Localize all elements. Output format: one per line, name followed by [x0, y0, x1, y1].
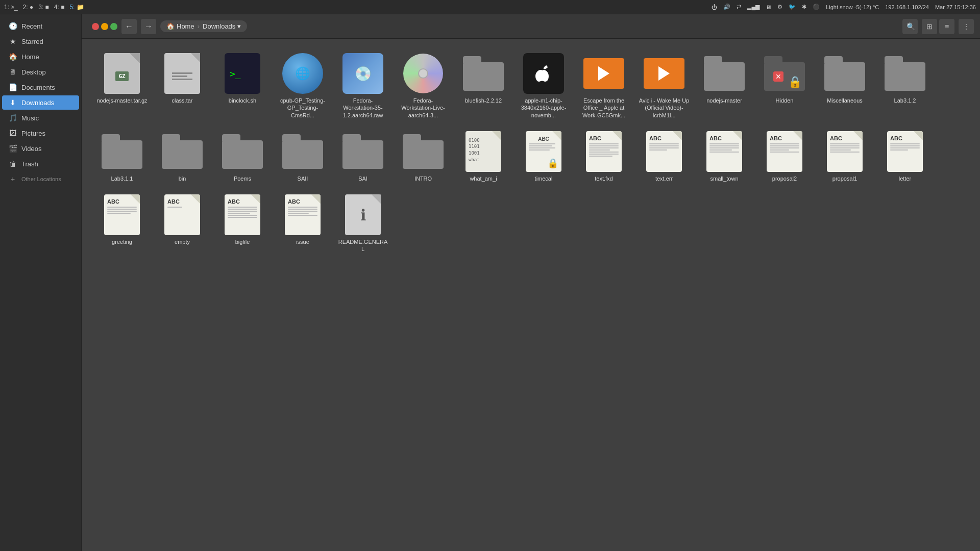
- file-label: Poems: [234, 175, 251, 182]
- abc-label: ABC: [107, 198, 119, 205]
- sidebar-item-documents[interactable]: 📄 Documents: [2, 80, 79, 94]
- file-bigfile[interactable]: ABC bigfile: [214, 190, 271, 257]
- bluetooth-icon[interactable]: ✱: [802, 4, 806, 10]
- toolbar: ← → 🏠 Home › Downloads ▾ 🔍 ⊞ ≡ ⋮: [82, 14, 980, 39]
- file-label: what_am_i: [470, 175, 497, 182]
- datetime: Mar 27 15:12:36: [935, 4, 976, 10]
- file-lab3-1-1[interactable]: Lab3.1.1: [94, 127, 150, 186]
- sidebar-item-other-locations[interactable]: + Other Locations: [2, 172, 79, 186]
- file-miscellaneous[interactable]: Miscellaneous: [817, 49, 873, 123]
- video-orange-icon: [583, 58, 624, 89]
- sidebar-item-starred[interactable]: ★ Starred: [2, 34, 79, 48]
- forward-button[interactable]: →: [141, 19, 156, 34]
- file-label: timecal: [535, 175, 553, 182]
- file-sai[interactable]: SAI: [335, 127, 391, 186]
- videos-icon: 🎬: [8, 144, 17, 153]
- file-intro[interactable]: INTRO: [395, 127, 451, 186]
- abc-icon: ABC: [827, 131, 863, 172]
- file-small-town[interactable]: ABC small_town: [696, 127, 752, 186]
- file-nodejs-master-tar-gz[interactable]: GZ nodejs-master.tar.gz: [94, 49, 150, 123]
- power-icon[interactable]: ⏻: [712, 4, 717, 10]
- network-icon[interactable]: ⇄: [737, 4, 741, 10]
- file-what-am-i[interactable]: 010011011001what what_am_i: [455, 127, 511, 186]
- file-label: greeting: [112, 238, 132, 245]
- file-bluefish[interactable]: bluefish-2.2.12: [455, 49, 511, 123]
- file-label: nodejs-master.tar.gz: [96, 97, 147, 104]
- file-empty[interactable]: ABC empty: [154, 190, 210, 257]
- file-greeting[interactable]: ABC greeting: [94, 190, 150, 257]
- folder-icon: [824, 56, 865, 91]
- abc-icon: ABC: [285, 194, 321, 235]
- folder-icon: [282, 134, 323, 169]
- taskbar-item-3[interactable]: 3: ■: [38, 4, 49, 11]
- file-label: bigfile: [235, 238, 250, 245]
- minimize-button[interactable]: [101, 23, 108, 30]
- file-saii[interactable]: SAII: [275, 127, 331, 186]
- file-label: apple-m1-chip-3840x2160-apple-novemb...: [518, 97, 569, 119]
- taskbar-item-1[interactable]: 1: ≥_: [4, 4, 18, 11]
- file-class-tar[interactable]: class.tar: [154, 49, 210, 123]
- back-button[interactable]: ←: [121, 19, 137, 34]
- file-label: Hidden: [776, 97, 794, 104]
- file-timecal[interactable]: ABC 🔒 timecal: [516, 127, 572, 186]
- sidebar-item-recent[interactable]: 🕐 Recent: [2, 19, 79, 33]
- sidebar-item-music[interactable]: 🎵 Music: [2, 111, 79, 125]
- sidebar-item-downloads[interactable]: ⬇ Downloads: [2, 95, 79, 110]
- file-cpub-gp[interactable]: 🌐 cpub-GP_Testing-GP_Testing-CmsRd...: [275, 49, 331, 123]
- abc-label: ABC: [649, 135, 662, 141]
- file-label: Lab3.1.2: [894, 97, 916, 104]
- file-issue[interactable]: ABC issue: [275, 190, 331, 257]
- file-bin[interactable]: bin: [154, 127, 210, 186]
- file-fedora-35[interactable]: 💿 Fedora-Workstation-35-1.2.aarch64.raw: [335, 49, 391, 123]
- file-fedora-live[interactable]: Fedora-Workstation-Live-aarch64-3...: [395, 49, 451, 123]
- sidebar-item-home[interactable]: 🏠 Home: [2, 49, 79, 64]
- file-label: class.tar: [172, 97, 193, 104]
- settings-icon[interactable]: ⚙: [777, 4, 782, 10]
- taskbar-item-4[interactable]: 4: ■: [54, 4, 65, 11]
- file-proposal2[interactable]: ABC proposal2: [756, 127, 813, 186]
- maximize-button[interactable]: [110, 23, 117, 30]
- options-button[interactable]: ⋮: [959, 19, 974, 34]
- file-escape-office[interactable]: Escape from the Office _ Apple at Work-G…: [576, 49, 632, 123]
- search-button[interactable]: 🔍: [902, 19, 918, 34]
- file-lab3-1-2[interactable]: Lab3.1.2: [877, 49, 933, 123]
- file-apple-m1[interactable]: apple-m1-chip-3840x2160-apple-novemb...: [516, 49, 572, 123]
- file-label: Miscellaneous: [827, 97, 863, 104]
- file-label: bin: [179, 175, 186, 182]
- sidebar-label-home: Home: [21, 53, 39, 61]
- sidebar-item-trash[interactable]: 🗑 Trash: [2, 157, 79, 171]
- sidebar-item-desktop[interactable]: 🖥 Desktop: [2, 65, 79, 79]
- grid-view-button[interactable]: ⊞: [922, 19, 937, 34]
- file-avicii[interactable]: Avicii - Wake Me Up (Official Video)-Icr…: [636, 49, 692, 123]
- file-letter[interactable]: ABC letter: [877, 127, 933, 186]
- sidebar-item-videos[interactable]: 🎬 Videos: [2, 141, 79, 156]
- apple-icon: [523, 53, 564, 94]
- file-proposal1[interactable]: ABC proposal1: [817, 127, 873, 186]
- close-button[interactable]: [92, 23, 99, 30]
- list-view-button[interactable]: ≡: [939, 19, 954, 34]
- terminal-icon: >_: [225, 53, 260, 94]
- volume-icon[interactable]: 🔊: [723, 4, 730, 10]
- file-label: text.fxd: [595, 175, 612, 182]
- taskbar-item-2[interactable]: 2: ●: [23, 4, 34, 11]
- abc-lines: [830, 143, 860, 153]
- trash-icon: 🗑: [8, 160, 17, 168]
- file-hidden[interactable]: 🔒 ✕ Hidden: [756, 49, 813, 123]
- file-label: README.GENERAL: [337, 238, 388, 253]
- file-label: issue: [296, 238, 309, 245]
- taskbar-item-5[interactable]: 5: 📁: [69, 4, 84, 11]
- abc-lines: [107, 207, 137, 214]
- file-binclock-sh[interactable]: >_ binclock.sh: [214, 49, 271, 123]
- sidebar-item-pictures[interactable]: 🖼 Pictures: [2, 126, 79, 140]
- github-icon[interactable]: ⚫: [813, 4, 820, 10]
- file-text-err[interactable]: ABC text.err: [636, 127, 692, 186]
- recent-icon: 🕐: [8, 22, 17, 30]
- breadcrumb-home[interactable]: 🏠 Home: [166, 22, 194, 30]
- breadcrumb-current[interactable]: Downloads ▾: [203, 22, 241, 30]
- file-text-fxd[interactable]: ABC text.fxd: [576, 127, 632, 186]
- file-poems[interactable]: Poems: [214, 127, 271, 186]
- file-readme-general[interactable]: ℹ README.GENERAL: [335, 190, 391, 257]
- folder-icon: [102, 134, 142, 169]
- file-nodejs-master-folder[interactable]: nodejs-master: [696, 49, 752, 123]
- twitter-icon[interactable]: 🐦: [789, 4, 796, 10]
